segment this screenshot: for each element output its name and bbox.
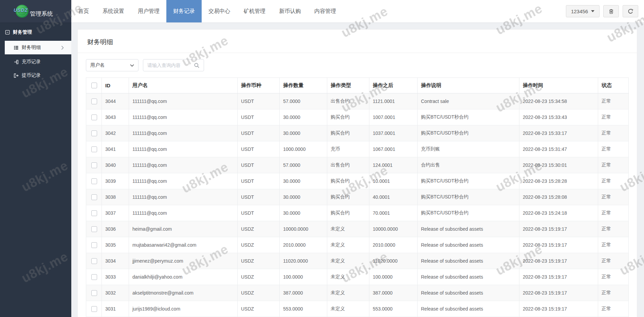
sidebar-item[interactable]: 充币记录 — [0, 55, 71, 69]
table-cell: 购买合约 — [327, 125, 369, 141]
table-cell: 111111@qq.com — [129, 189, 238, 205]
table-cell: 1121.0001 — [369, 93, 418, 109]
table-cell: 正常 — [598, 221, 629, 237]
search-icon[interactable] — [194, 63, 200, 68]
table-cell: Release of subscribed assets — [418, 237, 519, 253]
nav-item[interactable]: 矿机管理 — [237, 0, 272, 22]
search-input[interactable] — [147, 63, 194, 68]
sign-in-icon — [14, 59, 19, 65]
nav-item[interactable]: 首页 — [71, 0, 96, 22]
column-header: 操作时间 — [519, 78, 598, 93]
caret-down-icon — [591, 10, 594, 12]
table-cell: akselptitmonstre@gmail.com — [129, 285, 238, 301]
row-checkbox[interactable] — [91, 130, 97, 136]
row-checkbox[interactable] — [91, 258, 97, 264]
table-cell: 2022-08-23 15:19:17 — [519, 301, 598, 317]
collapse-square-icon — [5, 30, 10, 35]
table-cell: 11020.0000 — [280, 253, 327, 269]
row-checkbox[interactable] — [91, 162, 97, 168]
row-checkbox[interactable] — [91, 115, 97, 120]
row-checkbox[interactable] — [91, 290, 97, 296]
row-checkbox[interactable] — [91, 194, 97, 200]
table-row: 3031jurijs1989@icloud.comUSDZ553.0000未定义… — [86, 301, 629, 317]
column-header: 状态 — [598, 78, 629, 93]
row-checkbox[interactable] — [91, 226, 97, 232]
table-cell: 1000.0000 — [280, 141, 327, 157]
sidebar-item-label: 充币记录 — [22, 59, 41, 65]
column-header: 用户名 — [129, 78, 238, 93]
table-cell: Contract sale — [418, 93, 519, 109]
table-cell: 124.0001 — [369, 157, 418, 173]
table-row: 3039111111@qq.comUSDT30.0000购买合约10.0001购… — [86, 173, 629, 189]
table-cell: 387.0000 — [369, 285, 418, 301]
row-checkbox[interactable] — [91, 274, 97, 280]
filter-select[interactable]: 用户名 — [86, 59, 139, 71]
divider — [78, 53, 637, 53]
sidebar-item-label: 财务明细 — [22, 45, 41, 51]
row-checkbox[interactable] — [91, 210, 97, 216]
table-cell: 3031 — [102, 301, 129, 317]
table-cell: 正常 — [598, 205, 629, 221]
sidebar-item[interactable]: 财务明细 — [5, 41, 71, 54]
table-cell: 57.0000 — [280, 157, 327, 173]
table-cell: 正常 — [598, 125, 629, 141]
sign-out-circle-icon — [628, 8, 633, 14]
table-cell: 2022-08-23 15:28:28 — [519, 173, 598, 189]
user-dropdown-button[interactable]: 123456 — [566, 5, 600, 17]
sidebar-section-finance[interactable]: 财务管理 — [0, 22, 71, 40]
sign-out-icon — [14, 73, 19, 78]
row-checkbox[interactable] — [91, 242, 97, 248]
table-cell: 2022-08-23 15:19:17 — [519, 285, 598, 301]
nav-item[interactable]: 内容管理 — [308, 0, 343, 22]
table-cell: 未定义 — [327, 285, 369, 301]
table-cell: 111111@qq.com — [129, 109, 238, 125]
table-cell: 购买合约 — [327, 109, 369, 125]
table-cell: 正常 — [598, 173, 629, 189]
sidebar-item-label: 提币记录 — [22, 72, 41, 78]
table-header-row: ID用户名操作币种操作数量操作类型操作之后操作说明操作时间状态 — [86, 78, 629, 93]
row-checkbox[interactable] — [91, 306, 97, 312]
table-cell: 未定义 — [327, 237, 369, 253]
table-cell: 2022-08-23 15:24:18 — [519, 205, 598, 221]
table-cell: 2022-08-23 15:19:17 — [519, 269, 598, 285]
sidebar-item[interactable]: 提币记录 — [0, 69, 71, 82]
table-cell: 2022-08-23 15:28:08 — [519, 189, 598, 205]
select-all-checkbox[interactable] — [91, 83, 97, 88]
table-cell: 30.0000 — [280, 109, 327, 125]
table-cell: 3041 — [102, 141, 129, 157]
table-cell: 40.0001 — [369, 189, 418, 205]
nav-item[interactable]: 新币认购 — [272, 0, 308, 22]
nav-item[interactable]: 用户管理 — [131, 0, 166, 22]
table-cell: 57.0000 — [280, 93, 327, 109]
table-cell: 111111@qq.com — [129, 173, 238, 189]
logout-button[interactable] — [623, 5, 638, 17]
topbar-actions: 123456 — [566, 0, 644, 22]
table-cell: 正常 — [598, 189, 629, 205]
user-dropdown-label: 123456 — [571, 8, 588, 14]
row-checkbox[interactable] — [91, 146, 97, 152]
row-checkbox[interactable] — [91, 99, 97, 104]
chevron-right-icon — [61, 46, 64, 50]
table-cell: 正常 — [598, 301, 629, 317]
table-cell: 111111@qq.com — [129, 125, 238, 141]
table-cell: 2010.0000 — [280, 237, 327, 253]
table-cell: 387.0000 — [280, 285, 327, 301]
table-cell: 553.0000 — [369, 301, 418, 317]
nav-item[interactable]: 系统设置 — [96, 0, 131, 22]
column-header: 操作类型 — [327, 78, 369, 93]
table-row: 3033danialkhilji@yahoo.comUSDZ100.0000未定… — [86, 269, 629, 285]
table-cell: 2010.0000 — [369, 237, 418, 253]
row-checkbox[interactable] — [91, 178, 97, 184]
table-cell: 购买BTC/USDT秒合约 — [418, 125, 519, 141]
table-cell: 3038 — [102, 189, 129, 205]
table-cell: 正常 — [598, 93, 629, 109]
sidebar-section-label: 财务管理 — [13, 29, 32, 35]
clear-cache-button[interactable] — [603, 5, 619, 17]
table-cell: 未定义 — [327, 221, 369, 237]
table-cell: 111111@qq.com — [129, 205, 238, 221]
table-cell: 30.0000 — [280, 173, 327, 189]
nav-item[interactable]: 交易中心 — [202, 0, 237, 22]
nav-item[interactable]: 财务记录 — [166, 0, 202, 22]
table-cell: Release of subscribed assets — [418, 301, 519, 317]
table-cell: mujtabasarwari42@gmail.com — [129, 237, 238, 253]
